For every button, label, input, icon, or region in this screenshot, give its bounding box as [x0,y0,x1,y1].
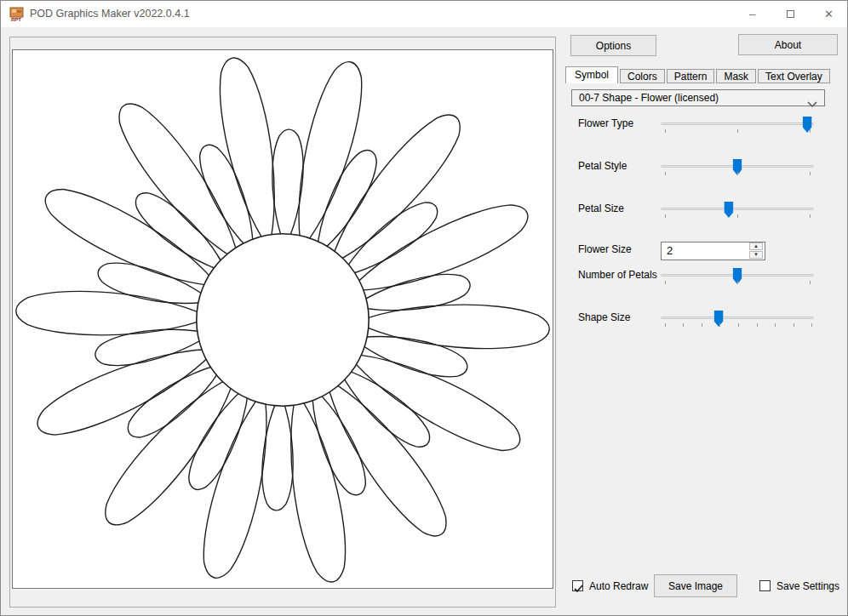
tab-mask[interactable]: Mask [716,69,756,83]
slider-tick [737,214,738,218]
slider-tick [702,323,702,327]
slider-tick [810,129,811,133]
save-settings-checkbox[interactable] [759,580,771,591]
app-icon: RPT [9,7,25,22]
flower-size-spinner: ▲ ▼ [748,242,764,260]
auto-redraw-checkbox[interactable] [572,580,583,591]
slider-tick [757,323,758,327]
slider-label: Shape Size [578,311,630,324]
auto-redraw-label: Auto Redraw [589,579,648,593]
slider-tick [737,172,738,175]
slider-track[interactable] [661,317,814,319]
close-button[interactable]: ✕ [810,1,848,27]
spinner-up-button[interactable]: ▲ [749,242,763,250]
shape-select-value: 00-7 Shape - Flower (licensed) [579,90,719,106]
slider-track[interactable] [661,123,814,125]
slider-tick [810,281,811,284]
save-image-button[interactable]: Save Image [654,574,737,597]
slider-tick [665,214,666,218]
slider-ticks [661,172,814,176]
spinner-down-button[interactable]: ▼ [749,251,763,259]
slider-ticks [661,323,814,328]
slider-label: Flower Type [578,117,633,130]
flower-drawing [13,50,553,588]
chevron-down-icon [807,95,817,111]
slider-tick [665,281,666,284]
title-bar: RPT POD Graphics Maker v2022.0.4.1 – ✕ [1,1,848,27]
save-settings-label: Save Settings [776,579,839,593]
tab-colors[interactable]: Colors [620,69,665,83]
minimize-button[interactable]: – [733,1,771,27]
tab-strip: Symbol Colors Pattern Mask Text Overlay [565,66,832,83]
slider-tick [737,129,738,133]
slider-label: Petal Style [578,159,627,173]
shape-select[interactable]: 00-7 Shape - Flower (licensed) [571,89,825,106]
svg-text:RPT: RPT [11,17,21,22]
slider-track[interactable] [661,208,814,210]
about-button[interactable]: About [738,34,838,55]
slider-tick [810,172,811,175]
app-window: RPT POD Graphics Maker v2022.0.4.1 – ✕ O… [0,0,848,616]
tab-symbol[interactable]: Symbol [565,66,618,83]
tab-text-overlay[interactable]: Text Overlay [758,69,830,83]
slider-label: Petal Size [578,202,624,215]
slider-ticks [661,214,814,219]
window-title: POD Graphics Maker v2022.0.4.1 [30,1,190,27]
canvas-frame [9,37,556,607]
slider-tick [665,172,666,175]
flower-size-label: Flower Size [578,242,632,256]
check-icon [573,582,584,597]
flower-size-input[interactable]: 2 ▲ ▼ [661,242,765,260]
slider-label: Number of Petals [578,268,657,282]
slider-tick [775,323,776,327]
slider-tick [719,323,720,327]
slider-ticks [661,129,814,134]
slider-tick [811,323,812,327]
slider-tick [665,323,666,327]
slider-tick [683,323,684,327]
slider-ticks [661,281,814,285]
slider-tick [737,281,738,284]
tab-pattern[interactable]: Pattern [667,69,715,83]
slider-tick [810,214,811,218]
slider-tick [794,323,794,327]
options-button[interactable]: Options [570,35,656,56]
maximize-icon [787,10,794,18]
slider-tick [665,129,666,133]
flower-size-value: 2 [667,242,673,260]
drawing-canvas [12,49,553,589]
slider-tick [738,323,739,327]
maximize-button[interactable] [771,1,810,27]
